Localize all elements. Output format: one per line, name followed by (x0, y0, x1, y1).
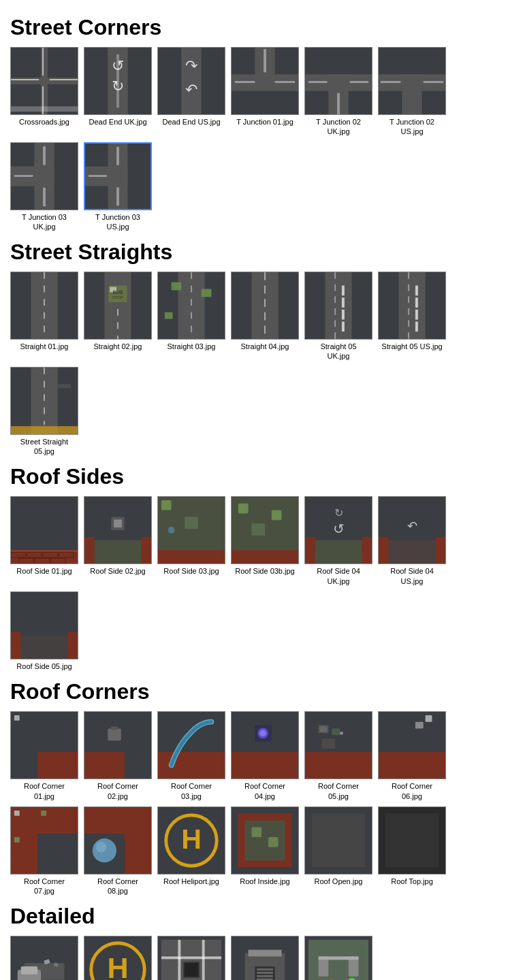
tile-thumb-roof-heliport: H (157, 806, 225, 875)
svg-rect-161 (379, 712, 405, 752)
tile-roof-side-05[interactable]: Roof Side 05.jpg (10, 591, 78, 671)
tile-roof-side-04-us[interactable]: ↶ Roof Side 04US.jpg (378, 496, 446, 586)
svg-rect-39 (43, 187, 46, 206)
tile-label-t-junction-03-us: T Junction 03US.jpg (95, 212, 140, 232)
tile-thumb-roof-corner-01 (10, 711, 78, 779)
detailed-grid: Accident.jpg H Helipad.jpg (10, 936, 513, 980)
svg-point-150 (259, 730, 266, 737)
tile-label-roof-heliport: Roof Heliport.jpg (163, 877, 219, 886)
tile-straight-05-us[interactable]: Straight 05 US.jpg (378, 272, 446, 361)
svg-rect-141 (111, 727, 118, 730)
tile-thumb-accident (10, 936, 78, 980)
tile-thumb-straight-01 (10, 272, 78, 340)
tile-label-roof-corner-04: Roof Corner04.jpg (244, 781, 285, 801)
roof-sides-grid: Roof Side 01.jpg Roof Side 02.jpg (10, 496, 513, 671)
svg-rect-89 (11, 553, 26, 558)
tile-roof-corner-07[interactable]: Roof Corner07.jpg (10, 806, 78, 896)
svg-rect-132 (21, 636, 68, 659)
svg-rect-70 (342, 297, 345, 308)
tile-label-roof-side-01: Roof Side 01.jpg (16, 566, 72, 576)
tile-roof-side-01[interactable]: Roof Side 01.jpg (10, 496, 78, 586)
tile-roof-heliport[interactable]: H Roof Heliport.jpg (157, 806, 225, 896)
svg-text:↺: ↺ (112, 57, 124, 74)
tile-roof-corner-04[interactable]: Roof Corner04.jpg (231, 711, 299, 801)
svg-text:STOP: STOP (112, 295, 123, 299)
tile-t-junction-02-uk[interactable]: T Junction 02UK.jpg (304, 47, 373, 137)
tile-thumb-straight-02: BUS STOP (84, 272, 152, 340)
tile-thumb-t-junction-03-uk (10, 142, 78, 210)
tile-roof-top[interactable]: Roof Top.jpg (378, 806, 446, 896)
tile-label-roof-corner-05: Roof Corner05.jpg (318, 781, 359, 801)
tile-roof-inside[interactable]: Roof Inside.jpg (231, 806, 299, 896)
tile-t-junction-03-uk[interactable]: T Junction 03UK.jpg (10, 142, 78, 232)
tile-playground[interactable]: Playground.jpg (304, 936, 373, 980)
svg-rect-33 (424, 81, 443, 83)
tile-label-straight-05-uk: Straight 05UK.jpg (320, 342, 356, 361)
svg-rect-2 (11, 78, 78, 84)
tile-helipad[interactable]: H Helipad.jpg (84, 936, 152, 980)
tile-dead-end-uk[interactable]: ↺ ↻ Dead End UK.jpg (84, 47, 152, 137)
svg-rect-207 (161, 957, 221, 960)
tile-thumb-roof-side-01 (10, 496, 78, 564)
tile-thumb-dead-end-us: ↷ ↶ (157, 47, 225, 115)
tile-thumb-straight-04 (231, 272, 299, 340)
tile-roof-corner-01[interactable]: Roof Corner01.jpg (10, 711, 78, 801)
tile-roof-side-03[interactable]: Roof Side 03.jpg (157, 496, 225, 586)
tile-crossroads[interactable]: Crossroads.jpg (10, 47, 78, 137)
tile-roof-side-02[interactable]: Roof Side 02.jpg (84, 496, 152, 586)
tile-street-straight-05[interactable]: Street Straight05.jpg (10, 367, 78, 457)
svg-rect-72 (342, 322, 345, 332)
tile-straight-05-uk[interactable]: Straight 05UK.jpg (304, 272, 373, 361)
svg-rect-135 (11, 752, 37, 779)
svg-rect-167 (37, 834, 78, 874)
tile-roof-corner-08[interactable]: Roof Corner08.jpg (84, 806, 152, 896)
section-title-street-straights: Street Straights (10, 240, 513, 265)
svg-rect-169 (14, 837, 20, 843)
tile-label-roof-corner-06: Roof Corner06.jpg (392, 781, 432, 801)
svg-rect-140 (108, 729, 121, 741)
svg-rect-100 (95, 540, 142, 564)
svg-rect-79 (415, 322, 418, 332)
tile-roof-corner-03[interactable]: Roof Corner03.jpg (157, 711, 225, 801)
svg-rect-191 (385, 814, 439, 867)
tile-thumb-roof-open (304, 806, 373, 875)
tile-metro[interactable]: Metro.jpg (231, 936, 299, 980)
tile-roof-open[interactable]: Roof Open.jpg (304, 806, 373, 896)
tile-label-straight-04: Straight 04.jpg (241, 342, 289, 351)
tile-roof-corner-02[interactable]: Roof Corner02.jpg (84, 711, 152, 801)
tile-roof-side-04-uk[interactable]: ↺ ↻ Roof Side 04UK.jpg (304, 496, 373, 586)
tile-label-straight-03: Straight 03.jpg (168, 342, 216, 351)
tile-label-roof-corner-08: Roof Corner08.jpg (97, 877, 138, 896)
tile-straight-01[interactable]: Straight 01.jpg (10, 272, 78, 361)
svg-rect-76 (415, 286, 418, 296)
svg-rect-152 (305, 752, 372, 779)
tile-t-junction-03-us[interactable]: T Junction 03US.jpg (84, 142, 152, 232)
tile-t-junction-02-us[interactable]: T Junction 02US.jpg (378, 47, 446, 137)
tile-label-t-junction-02-uk: T Junction 02UK.jpg (316, 117, 361, 137)
svg-rect-155 (332, 729, 340, 736)
section-title-roof-sides: Roof Sides (10, 464, 513, 489)
tile-thumb-roof-side-03 (157, 496, 225, 564)
tile-t-junction-01[interactable]: T Junction 01.jpg (231, 47, 299, 137)
tile-straight-02[interactable]: BUS STOP Straight 02.jpg (84, 272, 152, 361)
svg-text:↷: ↷ (185, 57, 197, 74)
tile-straight-04[interactable]: Straight 04.jpg (231, 272, 299, 361)
tile-straight-03[interactable]: Straight 03.jpg (157, 272, 225, 361)
tile-roof-corner-05[interactable]: Roof Corner05.jpg (304, 711, 373, 801)
tile-accident[interactable]: Accident.jpg (10, 936, 78, 980)
tile-label-t-junction-01: T Junction 01.jpg (236, 117, 294, 127)
svg-rect-189 (312, 814, 365, 867)
tile-dead-end-us[interactable]: ↷ ↶ Dead End US.jpg (157, 47, 225, 137)
svg-rect-184 (238, 814, 245, 867)
tile-thumb-roof-side-03b (231, 496, 299, 564)
tile-holding-area[interactable]: Holding Area.jpg (157, 936, 225, 980)
svg-rect-183 (238, 860, 291, 867)
svg-rect-60 (165, 312, 173, 319)
tile-thumb-straight-05-us (378, 272, 446, 340)
svg-rect-170 (41, 811, 46, 816)
tile-roof-side-03b[interactable]: Roof Side 03b.jpg (231, 496, 299, 586)
tile-roof-corner-06[interactable]: Roof Corner06.jpg (378, 711, 446, 801)
svg-rect-106 (161, 500, 172, 510)
tile-thumb-dead-end-uk: ↺ ↻ (84, 47, 152, 115)
tile-thumb-roof-side-04-us: ↶ (378, 496, 446, 564)
